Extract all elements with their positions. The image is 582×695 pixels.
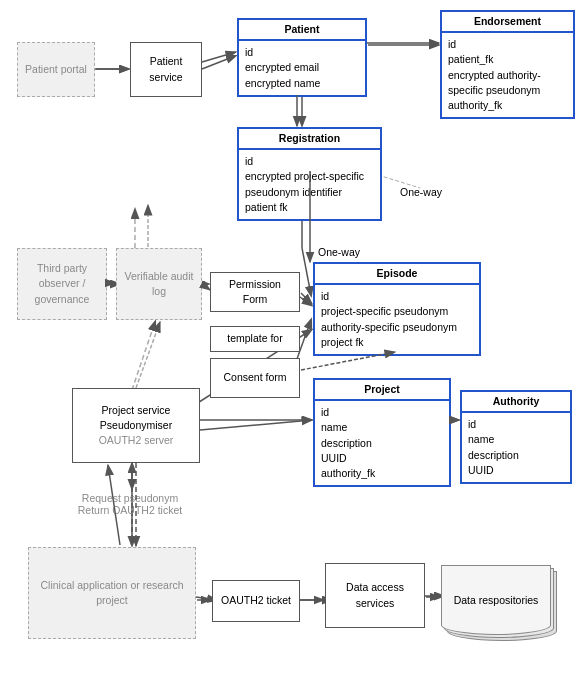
one-way-label-2: One-way [318, 246, 360, 258]
patient-service-box: Patient service [130, 42, 202, 97]
episode-box: Episode idproject-specific pseudonymauth… [313, 262, 481, 356]
authority-fields: idnamedescriptionUUID [468, 417, 564, 478]
svg-line-1 [202, 56, 235, 69]
pseudonymiser-label: Pseudonymiser [100, 418, 172, 433]
third-party-label: Third party observer / governance [24, 261, 100, 307]
endorsement-header: Endorsement [442, 12, 573, 33]
registration-fields: idencrypted project-specific pseudonym i… [245, 154, 374, 215]
consent-form-box: Consent form [210, 358, 300, 398]
svg-line-29 [136, 322, 160, 388]
clinical-app-box: Clinical application or research project [28, 547, 196, 639]
permission-form-label: Permission Form [217, 277, 293, 307]
episode-header: Episode [315, 264, 479, 285]
request-pseudonym-label: Request pseudonymReturn OAUTH2 ticket [60, 492, 200, 516]
authority-header: Authority [462, 392, 570, 413]
consent-form-label: Consent form [223, 370, 286, 385]
patient-portal-label: Patient portal [25, 62, 87, 77]
template-for-box: template for [210, 326, 300, 352]
registration-header: Registration [239, 129, 380, 150]
template-for-label: template for [227, 331, 282, 346]
project-entity-box: Project idnamedescriptionUUIDauthority_f… [313, 378, 451, 487]
svg-line-23 [202, 52, 236, 62]
project-service-box: Project service Pseudonymiser OAUTH2 ser… [72, 388, 200, 463]
architecture-diagram: Patient portal Patient service Patient i… [0, 0, 582, 695]
svg-line-15 [132, 322, 155, 390]
patient-portal-box: Patient portal [17, 42, 95, 97]
patient-fields: idencrypted emailencrypted name [245, 45, 359, 91]
oauth2-ticket-box: OAUTH2 ticket [212, 580, 300, 622]
endorsement-box: Endorsement idpatient_fkencrypted author… [440, 10, 575, 119]
oauth2-server-label: OAUTH2 server [99, 433, 174, 448]
audit-log-box: Verifiable audit log [116, 248, 202, 320]
svg-line-30 [203, 285, 210, 290]
episode-fields: idproject-specific pseudonymauthority-sp… [321, 289, 473, 350]
oauth2-ticket-label: OAUTH2 ticket [221, 593, 291, 608]
svg-line-31 [301, 293, 312, 304]
data-access-box: Data access services [325, 563, 425, 628]
patient-entity-box: Patient idencrypted emailencrypted name [237, 18, 367, 97]
one-way-label-1: One-way [400, 186, 442, 198]
project-entity-header: Project [315, 380, 449, 401]
third-party-box: Third party observer / governance [17, 248, 107, 320]
endorsement-fields: idpatient_fkencrypted authority-specific… [448, 37, 567, 113]
registration-box: Registration idencrypted project-specifi… [237, 127, 382, 221]
project-service-label: Project service [102, 403, 171, 418]
patient-service-label: Patient service [137, 54, 195, 84]
patient-entity-header: Patient [239, 20, 365, 41]
svg-line-33 [200, 420, 312, 430]
data-repos-label: Data respositories [454, 594, 539, 606]
permission-form-box: Permission Form [210, 272, 300, 312]
data-access-label: Data access services [332, 580, 418, 610]
authority-box: Authority idnamedescriptionUUID [460, 390, 572, 484]
clinical-app-label: Clinical application or research project [35, 578, 189, 608]
project-entity-fields: idnamedescriptionUUIDauthority_fk [321, 405, 443, 481]
audit-log-label: Verifiable audit log [123, 269, 195, 299]
svg-line-5 [302, 248, 311, 295]
